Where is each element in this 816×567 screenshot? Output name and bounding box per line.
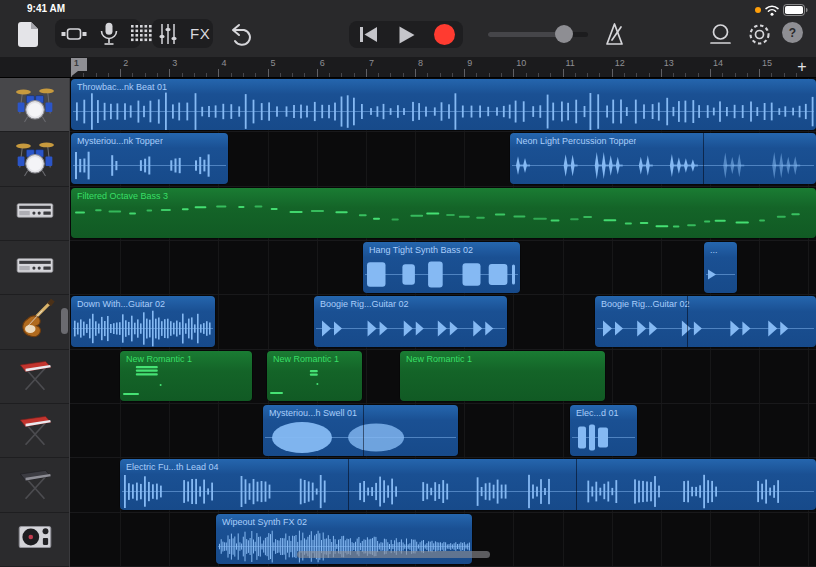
- turntable-icon: [14, 516, 56, 562]
- ruler-subtick: [636, 73, 637, 78]
- ruler-subtick: [255, 73, 256, 78]
- track-header-synth-module[interactable]: [0, 241, 69, 295]
- ruler-subtick: [735, 73, 736, 78]
- audio-region[interactable]: Boogie Rig...Guitar 02: [595, 296, 816, 347]
- ruler-subtick: [575, 73, 576, 78]
- audio-region[interactable]: Mysteriou...h Swell 01: [263, 405, 458, 456]
- track-header-drum-kit[interactable]: [0, 78, 69, 132]
- ruler-subtick: [685, 73, 686, 78]
- ruler-tick: [661, 69, 662, 77]
- audio-region[interactable]: Hang Tight Synth Bass 02: [363, 242, 520, 293]
- ruler-tick: [218, 69, 219, 77]
- garageband-app: FX: [0, 0, 816, 567]
- audio-region[interactable]: ...: [704, 242, 737, 293]
- ruler-subtick: [722, 73, 723, 78]
- audio-region[interactable]: Down With...Guitar 02: [71, 296, 215, 347]
- audio-region[interactable]: Neon Light Percussion Topper: [510, 133, 816, 184]
- audio-region[interactable]: Throwbac...nk Beat 01: [71, 79, 816, 130]
- ruler-subtick: [157, 73, 158, 78]
- settings-button[interactable]: [745, 20, 773, 48]
- ruler-tick: [317, 69, 318, 77]
- ruler-subtick: [550, 73, 551, 78]
- mixer-sliders-icon: [158, 23, 178, 45]
- midi-region[interactable]: New Romantic 1: [120, 351, 252, 402]
- audio-recorder-button[interactable]: [93, 19, 125, 48]
- rewind-button[interactable]: [349, 21, 387, 48]
- ruler-subtick: [329, 73, 330, 78]
- region-label: Throwbac...nk Beat 01: [77, 82, 167, 92]
- region-label: Mysteriou...h Swell 01: [269, 408, 357, 418]
- ruler-subtick: [698, 73, 699, 78]
- help-button[interactable]: ?: [782, 22, 803, 43]
- ruler-subtick: [673, 73, 674, 78]
- region-label: Wipeout Synth FX 02: [222, 517, 307, 527]
- status-bar: 9:41 AM: [0, 0, 816, 16]
- loop-repeat-divider: [576, 459, 577, 510]
- region-label: Neon Light Percussion Topper: [516, 136, 636, 146]
- audio-region[interactable]: Electric Fu...th Lead 04: [120, 459, 816, 510]
- ruler-tick: [759, 69, 760, 77]
- timeline-area[interactable]: Throwbac...nk Beat 01Mysteriou...nk Topp…: [0, 78, 816, 567]
- ruler-measure-number: 3: [172, 58, 177, 68]
- record-button[interactable]: [425, 21, 463, 48]
- track-header-synth-module[interactable]: [0, 187, 69, 241]
- ruler-tick: [415, 69, 416, 77]
- timeline-ruler[interactable]: + 234567891011121314151: [0, 57, 816, 78]
- status-indicators: [755, 4, 808, 16]
- volume-slider-knob[interactable]: [555, 25, 573, 43]
- ruler-subtick: [182, 73, 183, 78]
- keyboard-red-icon: [14, 353, 56, 399]
- ruler-measure-number: 14: [713, 58, 723, 68]
- audio-region[interactable]: Mysteriou...nk Topper: [71, 133, 228, 184]
- region-label: New Romantic 1: [273, 354, 339, 364]
- loop-repeat-divider: [703, 133, 704, 184]
- fx-label: FX: [190, 25, 210, 42]
- region-label: Boogie Rig...Guitar 02: [320, 299, 409, 309]
- ruler-measure-number: 2: [123, 58, 128, 68]
- playhead-measure-number: 1: [74, 58, 79, 68]
- audio-region[interactable]: Boogie Rig...Guitar 02: [314, 296, 507, 347]
- track-header-electric-guitar[interactable]: [0, 295, 69, 349]
- ruler-subtick: [771, 73, 772, 78]
- ruler-measure-number: 11: [566, 58, 575, 68]
- transport-group: [349, 21, 463, 48]
- drum-kit-icon: [14, 136, 56, 182]
- microphone-icon: [99, 22, 119, 46]
- ruler-subtick: [145, 73, 146, 78]
- status-time: 9:41 AM: [27, 3, 65, 14]
- rewind-icon: [359, 26, 378, 43]
- track-header-turntable[interactable]: [0, 513, 69, 567]
- midi-region[interactable]: Filtered Octave Bass 3: [71, 188, 816, 239]
- track-header-keyboard-dark[interactable]: [0, 458, 69, 512]
- play-button[interactable]: [387, 21, 425, 48]
- ruler-tick: [169, 69, 170, 77]
- volume-slider[interactable]: [488, 28, 588, 40]
- midi-region[interactable]: New Romantic 1: [267, 351, 362, 402]
- track-header-keyboard-red[interactable]: [0, 350, 69, 404]
- tracks-view-button[interactable]: [55, 19, 93, 48]
- region-waveform: [71, 188, 816, 239]
- ruler-subtick: [784, 73, 785, 78]
- ruler-tick: [268, 69, 269, 77]
- track-header-keyboard-red[interactable]: [0, 404, 69, 458]
- synth-module-icon: [14, 190, 56, 236]
- synth-module-icon: [14, 245, 56, 291]
- fx-button[interactable]: FX: [184, 19, 216, 48]
- midi-region[interactable]: New Romantic 1: [400, 351, 605, 402]
- my-songs-document-button[interactable]: [16, 20, 42, 48]
- track-header-resize-handle[interactable]: [61, 308, 68, 334]
- undo-button[interactable]: [226, 20, 256, 48]
- metronome-button[interactable]: [600, 20, 628, 48]
- ruler-subtick: [108, 73, 109, 78]
- loop-browser-button[interactable]: [706, 20, 734, 48]
- track-controls-button[interactable]: [152, 19, 184, 48]
- ruler-subtick: [452, 73, 453, 78]
- region-label: Mysteriou...nk Topper: [77, 136, 163, 146]
- horizontal-scrollbar[interactable]: [297, 551, 490, 558]
- audio-region[interactable]: Elec...d 01: [570, 405, 637, 456]
- ruler-subtick: [526, 73, 527, 78]
- ruler-tick: [563, 69, 564, 77]
- region-label: Boogie Rig...Guitar 02: [601, 299, 690, 309]
- ruler-tick: [120, 69, 121, 77]
- track-header-drum-kit[interactable]: [0, 132, 69, 186]
